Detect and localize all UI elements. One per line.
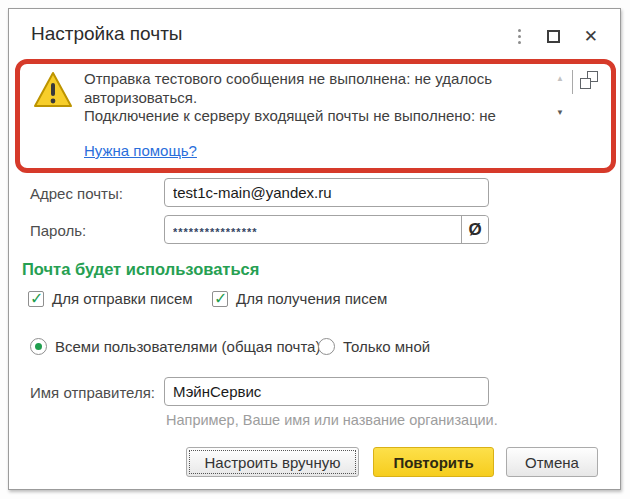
checkbox-label: Для отправки писем (52, 290, 193, 307)
checkbox-box[interactable] (212, 291, 228, 307)
checkbox-receive-mail[interactable]: Для получения писем (212, 290, 387, 307)
radio-circle[interactable] (318, 338, 335, 355)
copy-icon[interactable] (580, 71, 598, 89)
sender-name-input[interactable] (164, 377, 489, 406)
usage-section-header: Почта будет использоваться (22, 260, 259, 279)
radio-circle[interactable] (30, 338, 47, 355)
retry-button[interactable]: Повторить (373, 447, 494, 477)
radio-all-users[interactable]: Всеми пользователями (общая почта) (30, 338, 320, 355)
window-controls: ✕ (516, 27, 598, 46)
mail-settings-dialog: Настройка почты ✕ Отправка тестового соо… (8, 8, 621, 490)
eye-off-icon[interactable]: Ø (461, 216, 488, 243)
error-message-line: Отправка тестового сообщения не выполнен… (84, 70, 492, 106)
email-input[interactable] (164, 178, 489, 207)
error-messages: Отправка тестового сообщения не выполнен… (84, 70, 562, 126)
error-message-line: Подключение к серверу входящей почты не … (84, 107, 496, 124)
dialog-title: Настройка почты (31, 23, 183, 45)
configure-manually-button[interactable]: Настроить вручную (186, 447, 359, 477)
email-label: Адрес почты: (30, 185, 123, 202)
cancel-button[interactable]: Отмена (506, 447, 598, 477)
checkbox-send-mail[interactable]: Для отправки писем (28, 290, 193, 307)
scroll-up-icon[interactable]: ▲ (556, 74, 564, 83)
close-icon[interactable]: ✕ (584, 28, 598, 45)
radio-label: Только мной (343, 338, 430, 355)
password-field: Ø (164, 215, 489, 244)
warning-icon (32, 70, 74, 110)
checkbox-label: Для получения писем (236, 290, 387, 307)
scroll-down-icon[interactable]: ▼ (556, 108, 564, 117)
password-input[interactable] (165, 216, 461, 243)
maximize-icon[interactable] (547, 30, 560, 43)
menu-kebab-icon[interactable] (516, 27, 523, 46)
sender-name-hint: Например, Ваше имя или название организа… (166, 412, 498, 428)
alert-separator (572, 70, 573, 94)
password-label: Пароль: (30, 222, 86, 239)
sender-name-label: Имя отправителя: (30, 384, 155, 401)
radio-only-me[interactable]: Только мной (318, 338, 430, 355)
error-alert: Отправка тестового сообщения не выполнен… (15, 59, 616, 173)
checkbox-box[interactable] (28, 291, 44, 307)
help-link[interactable]: Нужна помощь? (84, 142, 197, 159)
radio-label: Всеми пользователями (общая почта) (55, 338, 320, 355)
